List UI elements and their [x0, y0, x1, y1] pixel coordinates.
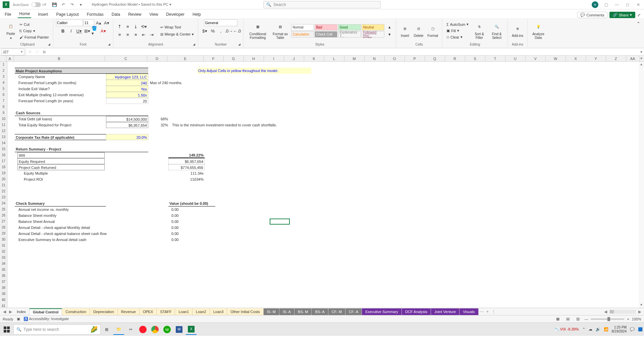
col-header-D[interactable]: D: [147, 56, 167, 61]
fill-color-button[interactable]: 🪣▾: [92, 27, 99, 34]
col-header-C[interactable]: C: [105, 56, 147, 61]
row-header-17[interactable]: 17: [0, 158, 7, 164]
row-header-10[interactable]: 10: [0, 116, 7, 122]
tab-page-layout[interactable]: Page Layout: [55, 11, 80, 18]
row-header-24[interactable]: 24: [0, 200, 7, 206]
col-header-S[interactable]: S: [465, 56, 485, 61]
spreadsheet-grid[interactable]: ABCDEFGHIJKLMNOPQRSTUVWXYZAA ▸ 123456789…: [0, 56, 644, 308]
excel-taskbar-icon[interactable]: X: [186, 324, 197, 335]
row-header-33[interactable]: 33: [0, 255, 7, 261]
row-header-23[interactable]: 23: [0, 194, 7, 200]
ribbon-mode-icon[interactable]: ▢: [603, 2, 609, 8]
cancel-formula-icon[interactable]: ✕: [26, 49, 33, 55]
wifi-icon[interactable]: 📶: [604, 327, 608, 331]
row-header-41[interactable]: 41: [0, 303, 7, 308]
row-header-14[interactable]: 14: [0, 140, 7, 146]
clear-button[interactable]: ◇ Clear ▾: [445, 34, 470, 40]
increase-indent-icon[interactable]: ⇥: [148, 32, 156, 38]
row-header-9[interactable]: 9: [0, 110, 7, 116]
sheet-tab-bs--m[interactable]: BS- M: [294, 308, 312, 315]
font-name-select[interactable]: [56, 19, 83, 26]
col-header-J[interactable]: J: [284, 56, 304, 61]
style-good[interactable]: Good: [338, 24, 361, 31]
styles-scroll-up-icon[interactable]: ▴: [386, 24, 393, 31]
hscroll-left-icon[interactable]: ◀: [602, 309, 608, 315]
chrome-icon[interactable]: [150, 324, 160, 335]
row-header-36[interactable]: 36: [0, 273, 7, 279]
italic-button[interactable]: I: [67, 27, 75, 34]
opera-icon[interactable]: [138, 324, 148, 335]
fill-button[interactable]: ▣ Fill ▾: [445, 28, 470, 34]
currency-icon[interactable]: $▾: [201, 27, 208, 34]
accessibility-status[interactable]: ♿ Accessibility: Investigate: [23, 317, 69, 321]
sheet-tab-depreciation[interactable]: Depreciation: [90, 308, 118, 315]
sheet-tabs-menu-icon[interactable]: ⋮: [491, 309, 497, 315]
taskbar-search[interactable]: 🔍 Type here to search 🌽: [13, 324, 101, 335]
align-right-icon[interactable]: ≡: [132, 32, 140, 38]
col-header-M[interactable]: M: [344, 56, 365, 61]
tray-chevron-icon[interactable]: ⌃: [582, 327, 585, 331]
minimize-icon[interactable]: —: [614, 2, 620, 8]
row-header-22[interactable]: 22: [0, 188, 7, 194]
row-header-21[interactable]: 21: [0, 182, 7, 188]
row-header-31[interactable]: 31: [0, 243, 7, 249]
style-followed-hyperlink[interactable]: Followed Hyp...: [362, 31, 384, 38]
enter-formula-icon[interactable]: ✓: [34, 49, 40, 55]
row-header-30[interactable]: 30: [0, 237, 7, 243]
row-header-16[interactable]: 16: [0, 152, 7, 158]
snip-sketch-icon[interactable]: ✂: [125, 324, 136, 335]
view-normal-icon[interactable]: ▦: [554, 316, 561, 322]
sheet-tab-is--a[interactable]: IS- A: [279, 308, 294, 315]
align-bottom-icon[interactable]: ⤓: [132, 23, 140, 30]
row-header-13[interactable]: 13: [0, 134, 7, 140]
align-center-icon[interactable]: ≡: [124, 32, 131, 38]
sheet-tab-construction[interactable]: Construction: [62, 308, 90, 315]
decrease-font-icon[interactable]: A▾: [103, 19, 110, 26]
task-view-icon[interactable]: ⊞: [101, 324, 112, 335]
row-header-2[interactable]: 2: [0, 68, 7, 74]
copy-button[interactable]: ⎘ Copy ▾: [18, 28, 50, 34]
exit-multiple-value[interactable]: 1.50x: [106, 92, 148, 98]
row-header-12[interactable]: 12: [0, 128, 7, 134]
style-calculation[interactable]: Calculation: [291, 31, 314, 38]
alignment-launcher-icon[interactable]: ◢: [193, 43, 195, 46]
col-header-B[interactable]: B: [14, 56, 105, 61]
col-header-H[interactable]: H: [244, 56, 264, 61]
increase-font-icon[interactable]: A▴: [95, 19, 102, 26]
format-as-table-button[interactable]: ▤Format as Table: [270, 21, 290, 40]
start-button[interactable]: [1, 324, 12, 335]
sheet-tab-revenue[interactable]: Revenue: [118, 308, 140, 315]
sheet-nav-prev-icon[interactable]: ◀: [1, 309, 7, 315]
sheet-tab-loan2[interactable]: Loan2: [193, 308, 210, 315]
col-header-G[interactable]: G: [224, 56, 244, 61]
number-format-select[interactable]: [204, 19, 237, 26]
share-button[interactable]: 🔗 Share ▾: [609, 12, 635, 18]
percent-icon[interactable]: %: [209, 27, 216, 34]
col-header-A[interactable]: A: [6, 56, 14, 61]
col-header-Z[interactable]: Z: [606, 56, 626, 61]
comments-button[interactable]: 💬 Comments: [577, 12, 607, 18]
user-avatar[interactable]: N: [592, 1, 598, 8]
tab-review[interactable]: Review: [127, 11, 143, 18]
col-header-N[interactable]: N: [365, 56, 385, 61]
sheet-tab-other-initial-costs[interactable]: Other Initial Costs: [227, 308, 263, 315]
onedrive-icon[interactable]: ☁: [589, 327, 592, 331]
row-header-4[interactable]: 4: [0, 80, 7, 86]
tab-insert[interactable]: Insert: [37, 11, 49, 18]
style-bad[interactable]: Bad: [315, 24, 337, 31]
row-header-7[interactable]: 7: [0, 98, 7, 104]
col-header-W[interactable]: W: [546, 56, 566, 61]
delete-cells-button[interactable]: ⊟Delete: [412, 23, 425, 38]
zoom-in-icon[interactable]: +: [627, 317, 629, 321]
col-header-Q[interactable]: Q: [425, 56, 445, 61]
hscroll-right-icon[interactable]: ▶: [637, 309, 643, 315]
collapse-ribbon-icon[interactable]: ⤢: [637, 13, 641, 17]
addins-button[interactable]: ⊕Add-ins: [511, 23, 525, 38]
row-header-3[interactable]: 3: [0, 74, 7, 80]
system-clock[interactable]: 1:25 PM 8/19/2024: [612, 325, 627, 334]
row-header-34[interactable]: 34: [0, 261, 7, 267]
increase-decimal-icon[interactable]: .0→: [225, 27, 232, 34]
stock-icon[interactable]: 📉 VIX -8.39%: [554, 327, 579, 331]
col-header-K[interactable]: K: [304, 56, 324, 61]
cut-button[interactable]: ✂ Cut: [18, 22, 50, 27]
